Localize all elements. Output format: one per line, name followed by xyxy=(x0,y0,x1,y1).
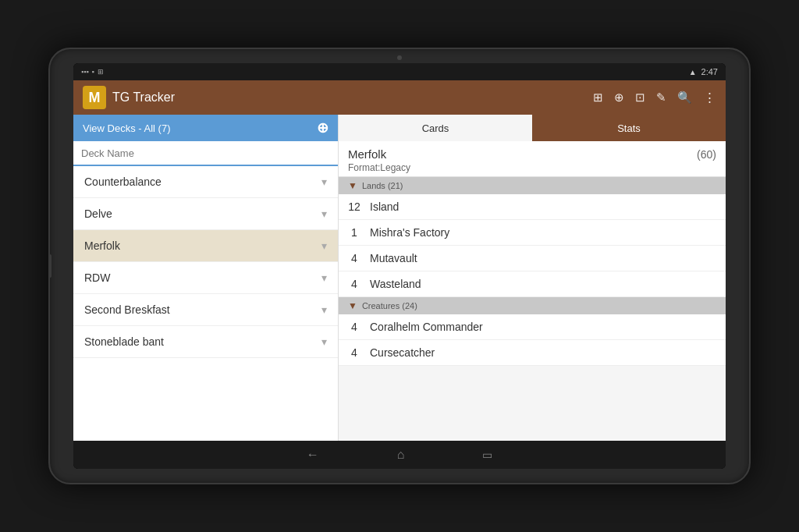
back-button[interactable]: ← xyxy=(307,448,319,462)
deck-search-input[interactable] xyxy=(81,147,330,159)
camera xyxy=(397,55,402,60)
tab-cards[interactable]: Cards xyxy=(339,115,532,141)
deck-list-item[interactable]: Merfolk ▾ xyxy=(73,230,338,262)
app-title: TG Tracker xyxy=(112,90,593,105)
section-label: Lands (21) xyxy=(362,181,403,190)
card-quantity: 4 xyxy=(348,346,360,359)
card-name: Island xyxy=(370,200,399,213)
card-list-item[interactable]: 4 Wasteland xyxy=(339,271,726,297)
search-bar xyxy=(73,141,338,166)
deck-item-name: RDW xyxy=(84,271,110,284)
signal-icon: ▪▪▪ xyxy=(81,68,89,76)
deck-card-count: (60) xyxy=(697,148,716,161)
deck-chevron-icon: ▾ xyxy=(321,271,327,284)
card-list-item[interactable]: 1 Mishra's Factory xyxy=(339,220,726,246)
export-icon[interactable]: ⊡ xyxy=(635,90,645,105)
deck-format: Format:Legacy xyxy=(348,162,716,173)
card-quantity: 1 xyxy=(348,226,360,239)
home-button[interactable]: ⌂ xyxy=(397,448,405,462)
deck-list-item[interactable]: Counterbalance ▾ xyxy=(73,166,338,198)
deck-chevron-icon: ▾ xyxy=(321,335,327,348)
search-icon[interactable]: 🔍 xyxy=(677,90,692,105)
add-circle-icon[interactable]: ⊕ xyxy=(317,119,328,137)
main-content: View Decks - All (7) ⊕ Counterbalance ▾ … xyxy=(73,115,726,441)
card-section-header[interactable]: ▼ Creatures (24) xyxy=(339,297,726,314)
card-quantity: 12 xyxy=(348,200,360,213)
selected-deck-name: Merfolk xyxy=(348,147,386,161)
card-section-header[interactable]: ▼ Lands (21) xyxy=(339,177,726,194)
deck-list-item[interactable]: Stoneblade bant ▾ xyxy=(73,326,338,358)
app-logo: M xyxy=(83,86,106,109)
card-quantity: 4 xyxy=(348,252,360,264)
card-quantity: 4 xyxy=(348,321,360,333)
view-decks-label: View Decks - All (7) xyxy=(83,122,170,134)
status-bar: ▪▪▪ ▪ ⊞ ▲ 2:47 xyxy=(73,63,726,80)
deck-list: Counterbalance ▾ Delve ▾ Merfolk ▾ RDW ▾… xyxy=(73,166,338,441)
deck-info: Merfolk (60) Format:Legacy xyxy=(339,141,726,177)
card-quantity: 4 xyxy=(348,278,360,290)
edit-icon[interactable]: ✎ xyxy=(656,90,666,105)
card-name: Wasteland xyxy=(370,278,421,290)
deck-item-name: Delve xyxy=(84,207,112,220)
app-bar: M TG Tracker ⊞ ⊕ ⊡ ✎ 🔍 ⋮ xyxy=(73,80,726,115)
deck-item-name: Stoneblade bant xyxy=(84,335,164,348)
deck-chevron-icon: ▾ xyxy=(321,239,327,252)
wifi-icon: ▪ xyxy=(92,68,94,76)
deck-list-item[interactable]: Delve ▾ xyxy=(73,198,338,230)
app-bar-actions: ⊞ ⊕ ⊡ ✎ 🔍 ⋮ xyxy=(593,90,716,106)
cards-panel: Cards Stats Merfolk (60) Format:Legacy xyxy=(339,115,726,441)
card-list-item[interactable]: 4 Cursecatcher xyxy=(339,340,726,366)
volume-button[interactable] xyxy=(48,254,51,278)
section-collapse-icon: ▼ xyxy=(348,300,357,311)
deck-item-name: Second Breskfast xyxy=(84,303,170,316)
card-list-item[interactable]: 12 Island xyxy=(339,194,726,220)
nav-bar: ← ⌂ ▭ xyxy=(73,441,726,469)
deck-item-name: Counterbalance xyxy=(84,176,162,188)
deck-item-name: Merfolk xyxy=(84,239,120,252)
more-icon[interactable]: ⋮ xyxy=(703,90,716,106)
section-collapse-icon: ▼ xyxy=(348,180,357,191)
section-label: Creatures (24) xyxy=(362,301,417,310)
card-name: Coralhelm Commander xyxy=(370,321,483,333)
card-list-item[interactable]: 4 Mutavault xyxy=(339,246,726,271)
deck-chevron-icon: ▾ xyxy=(321,207,327,220)
target-icon[interactable]: ⊕ xyxy=(614,90,624,105)
status-left-icons: ▪▪▪ ▪ ⊞ xyxy=(81,68,104,76)
deck-list-item[interactable]: Second Breskfast ▾ xyxy=(73,294,338,326)
time-display: 2:47 xyxy=(701,67,718,76)
tablet-device: ▪▪▪ ▪ ⊞ ▲ 2:47 M TG Tracker ⊞ ⊕ ⊡ ✎ 🔍 ⋮ xyxy=(48,48,751,484)
deck-list-item[interactable]: RDW ▾ xyxy=(73,262,338,294)
card-list-item[interactable]: 4 Coralhelm Commander xyxy=(339,314,726,340)
deck-chevron-icon: ▾ xyxy=(321,303,327,316)
card-name: Mishra's Factory xyxy=(370,226,449,239)
cards-tabs: Cards Stats xyxy=(339,115,726,141)
card-name: Cursecatcher xyxy=(370,346,435,359)
tab-stats[interactable]: Stats xyxy=(532,115,726,141)
card-sections: ▼ Lands (21) 12 Island 1 Mishra's Factor… xyxy=(339,177,726,366)
tablet-screen: ▪▪▪ ▪ ⊞ ▲ 2:47 M TG Tracker ⊞ ⊕ ⊡ ✎ 🔍 ⋮ xyxy=(73,63,726,469)
view-decks-header: View Decks - All (7) ⊕ xyxy=(73,115,338,141)
add-deck-icon[interactable]: ⊞ xyxy=(593,90,603,105)
deck-panel: View Decks - All (7) ⊕ Counterbalance ▾ … xyxy=(73,115,339,441)
status-right: ▲ 2:47 xyxy=(689,67,718,76)
recents-button[interactable]: ▭ xyxy=(482,449,492,461)
wifi-status-icon: ▲ xyxy=(689,68,697,76)
deck-chevron-icon: ▾ xyxy=(321,176,327,188)
data-icon: ⊞ xyxy=(98,68,104,76)
card-name: Mutavault xyxy=(370,252,417,264)
